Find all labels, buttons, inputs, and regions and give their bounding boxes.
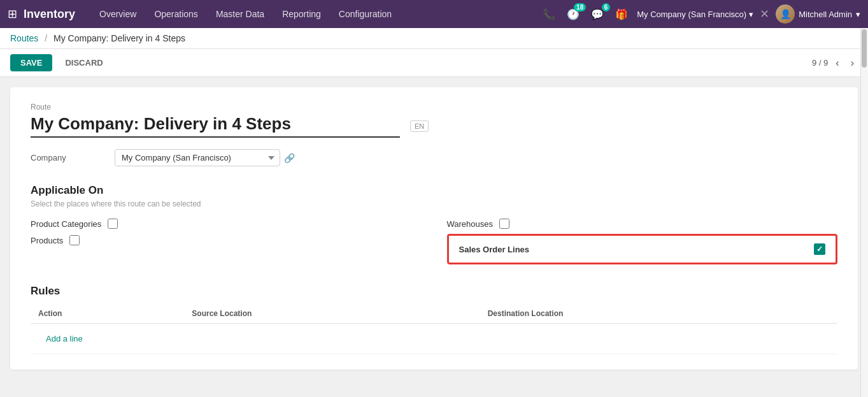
route-field-group: Route EN — [31, 103, 837, 138]
products-row: Products — [31, 235, 422, 245]
nav-configuration[interactable]: Configuration — [330, 0, 401, 28]
product-categories-row: Product Categories — [31, 219, 422, 229]
navbar: ⊞ Inventory Overview Operations Master D… — [0, 0, 868, 28]
company-field-row: Company My Company (San Francisco) 🔗 — [31, 149, 837, 166]
company-name: My Company (San Francisco) — [637, 10, 746, 19]
action-bar: SAVE DISCARD 9 / 9 ‹ › — [0, 49, 868, 77]
rules-table: Action Source Location Destination Locat… — [31, 304, 837, 354]
sales-order-lines-label: Sales Order Lines — [459, 245, 530, 254]
left-checkboxes: Product Categories Products — [31, 219, 422, 264]
lang-badge[interactable]: EN — [410, 120, 429, 132]
main-content: Route EN Company My Company (San Francis… — [0, 77, 868, 394]
app-title: Inventory — [24, 8, 75, 21]
gift-icon[interactable]: 🎁 — [613, 6, 630, 23]
warehouses-row: Warehouses — [447, 219, 838, 229]
user-chevron-icon: ▾ — [856, 10, 860, 19]
prev-button[interactable]: ‹ — [832, 56, 843, 70]
warehouses-checkbox[interactable] — [499, 219, 509, 229]
save-button[interactable]: SAVE — [10, 54, 52, 71]
route-label: Route — [31, 103, 837, 112]
nav-operations[interactable]: Operations — [145, 0, 206, 28]
user-menu[interactable]: 👤 Mitchell Admin ▾ — [776, 4, 860, 24]
applicable-on-title: Applicable On — [31, 184, 837, 197]
nav-overview[interactable]: Overview — [90, 0, 145, 28]
add-line-row: Add a line — [31, 324, 837, 354]
company-select[interactable]: My Company (San Francisco) — [115, 149, 280, 166]
applicable-grid: Product Categories Products Warehouses S… — [31, 219, 837, 264]
chat-icon[interactable]: 💬 6 — [588, 6, 606, 23]
products-label: Products — [31, 236, 63, 245]
product-categories-checkbox[interactable] — [108, 219, 118, 229]
sales-order-lines-highlighted: Sales Order Lines — [447, 234, 838, 264]
nav-menu: Overview Operations Master Data Reportin… — [90, 0, 540, 28]
form-card: Route EN Company My Company (San Francis… — [10, 87, 858, 370]
grid-icon[interactable]: ⊞ — [8, 7, 17, 21]
route-title-input[interactable] — [31, 114, 400, 138]
user-name: Mitchell Admin — [799, 10, 852, 19]
breadcrumb-separator: / — [45, 33, 47, 43]
products-checkbox[interactable] — [69, 235, 80, 245]
breadcrumb: Routes / My Company: Delivery in 4 Steps — [0, 28, 868, 49]
applicable-on-desc: Select the places where this route can b… — [31, 199, 837, 208]
company-label: Company — [31, 153, 107, 162]
warehouses-label: Warehouses — [447, 219, 494, 229]
avatar: 👤 — [776, 4, 795, 24]
company-selector[interactable]: My Company (San Francisco) ▾ — [637, 10, 753, 19]
product-categories-label: Product Categories — [31, 219, 101, 229]
external-link-icon[interactable]: 🔗 — [284, 153, 295, 163]
next-button[interactable]: › — [847, 56, 858, 70]
phone-icon[interactable]: 📞 — [540, 6, 558, 23]
nav-master-data[interactable]: Master Data — [207, 0, 273, 28]
divider: ✕ — [760, 7, 769, 21]
pagination: 9 / 9 ‹ › — [812, 56, 858, 70]
breadcrumb-current: My Company: Delivery in 4 Steps — [53, 33, 185, 43]
navbar-right: 📞 🕐 18 💬 6 🎁 My Company (San Francisco) … — [540, 4, 860, 24]
company-select-wrapper: My Company (San Francisco) 🔗 — [115, 149, 295, 166]
rules-section: Rules Action Source Location Destination… — [31, 285, 837, 354]
destination-col-header: Destination Location — [480, 304, 837, 324]
right-checkboxes: Warehouses Sales Order Lines — [447, 219, 838, 264]
sales-order-lines-checkbox[interactable] — [814, 243, 825, 255]
activity-icon[interactable]: 🕐 18 — [564, 6, 582, 23]
activity-badge: 18 — [574, 3, 586, 11]
nav-reporting[interactable]: Reporting — [273, 0, 330, 28]
rules-title: Rules — [31, 285, 837, 298]
add-a-line-button[interactable]: Add a line — [38, 329, 90, 349]
scrollbar-thumb[interactable] — [862, 29, 867, 68]
pagination-count: 9 / 9 — [812, 58, 828, 68]
title-row: EN — [31, 114, 837, 138]
scrollbar[interactable] — [860, 28, 868, 394]
breadcrumb-parent[interactable]: Routes — [10, 33, 38, 43]
action-col-header: Action — [31, 304, 184, 324]
chevron-down-icon: ▾ — [749, 10, 753, 19]
discard-button[interactable]: DISCARD — [59, 54, 109, 71]
source-col-header: Source Location — [184, 304, 480, 324]
chat-badge: 6 — [602, 3, 611, 11]
